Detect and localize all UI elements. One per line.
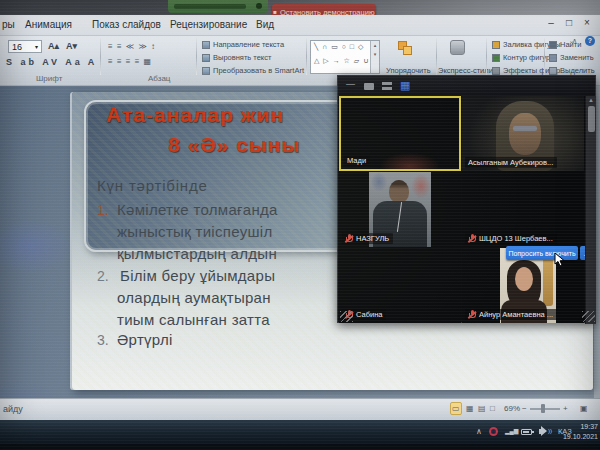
video-tile-shcdo[interactable]: ШЦДО 13 Шербаев... xyxy=(462,172,584,247)
participant-nameplate: НАЗГУЛЬ xyxy=(342,233,393,244)
participants-scrollbar[interactable]: ▲ xyxy=(585,96,596,324)
volume-icon[interactable] xyxy=(539,429,543,434)
tab-slideshow[interactable]: Показ слайдов xyxy=(92,19,161,30)
grow-font-icon[interactable]: A▴ xyxy=(48,41,59,51)
tab-fragment[interactable]: ры xyxy=(2,19,15,30)
video-tile-sabina[interactable]: Сабина xyxy=(339,248,461,323)
video-tile-asylganym[interactable]: Асылганым Аубекиров... xyxy=(462,96,584,171)
ribbon-collapse-icon[interactable]: ∧ xyxy=(572,37,577,45)
shape-outline-icon xyxy=(492,54,500,62)
font-size-value: 16 xyxy=(12,42,22,52)
normal-view-icon[interactable]: ▭ xyxy=(452,404,460,413)
align-text-icon xyxy=(202,54,210,62)
zoom-window-titlebar[interactable]: — ▦ xyxy=(338,76,595,96)
font-size-box[interactable]: 16 ▾ xyxy=(8,40,42,53)
smartart-button[interactable]: Преобразовать в SmartArt xyxy=(202,66,304,75)
list-number: 1. xyxy=(97,202,109,218)
ask-to-unmute-button[interactable]: Попросить включить xyxy=(506,246,578,260)
battery-icon[interactable] xyxy=(521,429,532,435)
video-tile-madi[interactable]: Мади xyxy=(339,96,461,171)
font-style-buttons[interactable]: S ab AV Aa A xyxy=(6,57,97,67)
list-item-line: Білім беру ұйымдары xyxy=(120,267,275,284)
help-icon[interactable]: ? xyxy=(585,36,595,46)
slide-title-line1[interactable]: Ата-аналар жин xyxy=(106,103,284,127)
muted-mic-icon xyxy=(468,234,476,243)
shape-outline-button[interactable]: Контур фигуры xyxy=(492,53,555,62)
resize-grip-right[interactable] xyxy=(582,311,595,322)
stacked-view-icon[interactable] xyxy=(382,82,392,90)
minimize-window-icon[interactable]: – xyxy=(544,17,558,28)
photo-bottom-edge xyxy=(0,444,600,450)
list-number: 2. xyxy=(97,268,109,284)
paragraph-list-icons[interactable]: ≡ ≡ ≪ ≫ ↕ xyxy=(108,42,156,51)
maximize-window-icon[interactable]: □ xyxy=(562,17,576,28)
font-size-dropdown-icon: ▾ xyxy=(35,43,38,50)
group-divider xyxy=(436,38,437,75)
network-signal-icon[interactable]: ▂▄▆ xyxy=(505,427,518,434)
list-item-line: Кәмілетке толмағанда xyxy=(117,201,278,218)
shape-outline-label: Контур фигуры xyxy=(503,53,555,62)
group-divider xyxy=(196,38,197,75)
tab-animation[interactable]: Анимация xyxy=(25,19,72,30)
paragraph-align-icons[interactable]: ≡ ≡ ≡ ≡ ▦ xyxy=(108,57,152,66)
tab-review[interactable]: Рецензирование xyxy=(170,19,247,30)
participant-name: НАЗГУЛЬ xyxy=(356,234,389,243)
participant-nameplate: ШЦДО 13 Шербаев... xyxy=(465,233,557,244)
ribbon-tab-bar: ры Анимация Показ слайдов Рецензирование… xyxy=(0,15,600,36)
quick-styles-icon xyxy=(450,40,465,55)
shrink-font-icon[interactable]: A▾ xyxy=(66,41,77,51)
shape-fill-icon xyxy=(492,41,500,49)
recording-dot-icon xyxy=(256,3,262,9)
group-divider xyxy=(486,38,487,75)
fit-to-window-icon[interactable]: ▣ xyxy=(580,404,588,413)
slideshow-view-icon[interactable]: □ xyxy=(490,404,495,413)
zoom-meeting-window[interactable]: — ▦ Мади Асылганым Аубекиров... xyxy=(337,75,596,323)
align-text-button[interactable]: Выровнять текст xyxy=(202,53,271,62)
shapes-scrollbar[interactable]: ▴ ▾ xyxy=(370,41,379,73)
windows-taskbar[interactable]: ∧ ▂▄▆ )) КАЗ 19:37 19.10.2021 xyxy=(0,420,600,444)
zoom-minimize-icon[interactable]: — xyxy=(346,79,355,89)
shapes-scroll-down-icon: ▾ xyxy=(371,50,379,59)
scrollbar-thumb[interactable] xyxy=(588,106,595,132)
close-window-icon[interactable]: × xyxy=(580,17,594,28)
opera-browser-icon[interactable] xyxy=(489,427,498,436)
shape-effects-icon xyxy=(492,67,500,75)
replace-button[interactable]: Заменить xyxy=(549,53,594,62)
zoom-in-icon[interactable]: + xyxy=(563,404,568,413)
background-object xyxy=(543,254,553,306)
zoom-out-icon[interactable]: − xyxy=(522,404,527,413)
list-item-line: тиым салынған затта xyxy=(117,311,270,328)
ppt-status-bar: айду ▭ ▦ ▤ □ 69% − + ▣ xyxy=(0,398,600,420)
arrange-label: Упорядочить xyxy=(386,66,431,75)
slide-sorter-view-icon[interactable]: ▦ xyxy=(466,404,474,413)
list-item-line: олардың аумақтыран xyxy=(117,289,271,306)
reading-view-icon[interactable]: ▤ xyxy=(478,404,486,413)
paragraph-group-label: Абзац xyxy=(148,74,170,83)
arrange-button[interactable]: Упорядочить xyxy=(386,66,431,75)
shapes-gallery[interactable]: ╲ ∩ ▭ ○ □ ◇ △ ▷ → ☆ ▱ ∪ ▴ ▾ xyxy=(310,40,380,74)
share-banner-text-blur xyxy=(174,4,246,9)
quick-styles-label: Экспресс-стили xyxy=(438,66,493,75)
hidden-icons-chevron-icon[interactable]: ∧ xyxy=(476,427,482,436)
replace-label: Заменить xyxy=(560,53,594,62)
slide-title-line2[interactable]: 8 «Ә» сыны xyxy=(168,133,300,157)
text-direction-icon xyxy=(202,41,210,49)
group-divider xyxy=(544,38,545,75)
shapes-row1-icons: ╲ ∩ ▭ ○ □ ◇ xyxy=(314,43,364,51)
speaker-view-icon[interactable] xyxy=(364,83,374,90)
zoom-slider-thumb[interactable] xyxy=(541,404,545,413)
quick-styles-button[interactable]: Экспресс-стили xyxy=(438,66,493,75)
tab-view[interactable]: Вид xyxy=(256,19,274,30)
agenda-heading: Күн тәртібінде xyxy=(97,177,208,194)
zoom-slider-track[interactable] xyxy=(530,408,560,410)
resize-grip-left[interactable] xyxy=(340,311,353,322)
video-tile-nazgul[interactable]: НАЗГУЛЬ xyxy=(339,172,461,247)
gallery-view-icon[interactable]: ▦ xyxy=(400,79,410,92)
taskbar-clock[interactable]: 19:37 19.10.2021 xyxy=(560,422,598,442)
text-direction-button[interactable]: Направление текста xyxy=(202,40,284,49)
group-divider xyxy=(306,38,307,75)
list-item-line: жыныстық тиіспеушіл xyxy=(117,223,272,240)
participant-name: Айнур Амантаевна ... xyxy=(479,310,553,319)
shapes-row2-icons: △ ▷ → ☆ ▱ ∪ xyxy=(314,57,369,65)
select-button[interactable]: Выделить xyxy=(549,66,595,75)
